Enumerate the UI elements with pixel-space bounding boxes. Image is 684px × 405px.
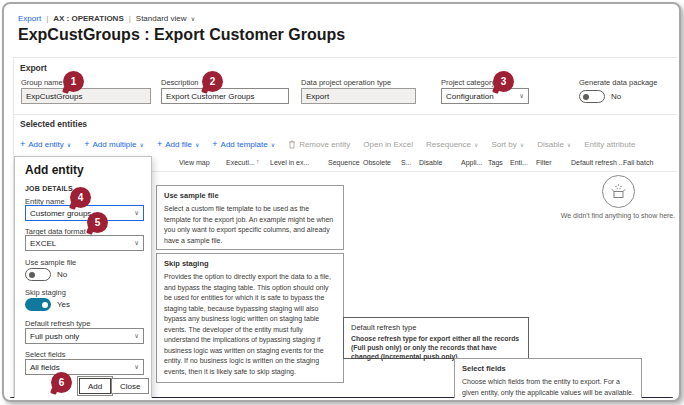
remove-entity-button: Remove entity bbox=[288, 140, 350, 149]
column-disable[interactable]: Disable bbox=[419, 159, 442, 166]
add-multiple-button[interactable]: + Add multiple ∨ bbox=[84, 139, 144, 149]
entities-toolbar: + Add entity ∨ + Add multiple ∨ + Add fi… bbox=[20, 137, 635, 151]
resequence-label: Resequence bbox=[426, 140, 471, 149]
sort-by-label: Sort by bbox=[491, 140, 516, 149]
skip-staging-toggle-row: Yes bbox=[25, 298, 70, 311]
chevron-down-icon: ∨ bbox=[474, 141, 478, 148]
operation-type-label: Data project operation type bbox=[301, 78, 391, 87]
default-refresh-type-dropdown[interactable]: Full push only ∨ bbox=[25, 328, 144, 344]
skip-staging-tooltip: Skip staging Provides the option to dire… bbox=[156, 253, 344, 383]
tooltip-body: Provides the option to directly export t… bbox=[164, 272, 336, 377]
project-category-value: Configuration bbox=[446, 92, 494, 101]
callout-badge-1: 1 bbox=[63, 71, 84, 92]
tooltip-title: Skip staging bbox=[164, 259, 336, 268]
chevron-down-icon: ∨ bbox=[271, 141, 275, 148]
add-entity-button[interactable]: + Add entity ∨ bbox=[20, 139, 71, 149]
panel-title: Add entity bbox=[25, 163, 84, 177]
entity-attribute-label: Entity attribute bbox=[584, 140, 635, 149]
breadcrumb-separator: | bbox=[46, 14, 48, 23]
open-in-excel-button: Open in Excel bbox=[363, 140, 413, 149]
remove-entity-label: Remove entity bbox=[299, 140, 350, 149]
callout-badge-5: 5 bbox=[87, 212, 108, 233]
generate-package-label: Generate data package bbox=[579, 78, 657, 87]
column-level[interactable]: Level in ex... bbox=[270, 159, 309, 166]
select-fields-value: All fields bbox=[30, 363, 60, 372]
use-sample-file-tooltip: Use sample file Select a custom file tem… bbox=[156, 185, 344, 250]
group-name-label: Group name bbox=[21, 78, 63, 87]
breadcrumb: Export | AX : OPERATIONS | Standard view… bbox=[18, 14, 195, 23]
target-data-format-dropdown[interactable]: EXCEL ∨ bbox=[25, 235, 144, 251]
screenshot-frame: Export | AX : OPERATIONS | Standard view… bbox=[0, 0, 684, 405]
project-category-label: Project category bbox=[441, 78, 495, 87]
column-entity[interactable]: Enti... bbox=[510, 159, 528, 166]
use-sample-file-toggle-row: No bbox=[25, 268, 67, 281]
description-label: Description bbox=[161, 78, 199, 87]
column-execution[interactable]: Executi... bbox=[226, 159, 255, 166]
column-view-map[interactable]: View map bbox=[179, 159, 210, 166]
select-fields-dropdown[interactable]: All fields ∨ bbox=[25, 359, 144, 375]
entity-name-dropdown[interactable]: Customer groups ∨ bbox=[25, 205, 144, 221]
breadcrumb-app-link[interactable]: Export bbox=[18, 14, 41, 23]
app-content: Export | AX : OPERATIONS | Standard view… bbox=[6, 6, 677, 398]
skip-staging-toggle[interactable] bbox=[25, 298, 51, 311]
column-s[interactable]: S... bbox=[401, 159, 412, 166]
generate-package-toggle-row: No bbox=[579, 90, 621, 103]
toggle-knob bbox=[583, 94, 589, 100]
divider bbox=[13, 114, 677, 115]
plus-icon: + bbox=[84, 139, 89, 149]
column-filter[interactable]: Filter bbox=[536, 159, 552, 166]
project-category-dropdown[interactable]: Configuration ∨ bbox=[441, 88, 529, 104]
breadcrumb-environment: AX : OPERATIONS bbox=[53, 14, 124, 23]
export-section-title: Export bbox=[20, 63, 47, 73]
column-tags[interactable]: Tags bbox=[488, 159, 503, 166]
selected-entities-title: Selected entities bbox=[20, 119, 87, 129]
generate-package-toggle[interactable] bbox=[579, 90, 605, 103]
column-application[interactable]: Appli... bbox=[461, 159, 482, 166]
view-selector-label: Standard view bbox=[136, 14, 187, 23]
add-button[interactable]: Add bbox=[79, 378, 111, 394]
tooltip-title: Use sample file bbox=[164, 191, 336, 200]
add-file-label: Add file bbox=[165, 140, 192, 149]
column-obsolete[interactable]: Obsolete bbox=[363, 159, 391, 166]
operation-type-field[interactable] bbox=[301, 88, 416, 104]
window-frame: Export | AX : OPERATIONS | Standard view… bbox=[2, 2, 681, 402]
default-refresh-type-tooltip: Default refresh type Choose refresh type… bbox=[343, 317, 529, 359]
skip-staging-label: Skip staging bbox=[25, 288, 66, 297]
default-refresh-type-value: Full push only bbox=[30, 332, 79, 341]
tooltip-body: Choose which fields from the entity to e… bbox=[462, 377, 634, 398]
plus-icon: + bbox=[20, 139, 25, 149]
add-multiple-label: Add multiple bbox=[93, 140, 137, 149]
chevron-down-icon: ∨ bbox=[520, 141, 524, 148]
chevron-down-icon: ∨ bbox=[134, 332, 139, 340]
close-button[interactable]: Close bbox=[111, 378, 149, 394]
grid-empty-state: We didn't find anything to show here. bbox=[546, 175, 677, 219]
column-sequence[interactable]: Sequence bbox=[328, 159, 360, 166]
chevron-down-icon: ∨ bbox=[567, 141, 571, 148]
callout-badge-4: 4 bbox=[70, 187, 91, 208]
plus-icon: + bbox=[157, 139, 162, 149]
chevron-down-icon: ∨ bbox=[67, 141, 71, 148]
chevron-down-icon: ∨ bbox=[195, 141, 199, 148]
disable-label: Disable bbox=[537, 140, 564, 149]
toggle-knob bbox=[42, 302, 48, 308]
column-default-refresh[interactable]: Default refresh ... bbox=[571, 159, 625, 166]
add-template-button[interactable]: + Add template ∨ bbox=[212, 139, 275, 149]
add-file-button[interactable]: + Add file ∨ bbox=[157, 139, 199, 149]
chevron-down-icon: ∨ bbox=[134, 363, 139, 371]
page-title: ExpCustGroups : Export Customer Groups bbox=[18, 26, 345, 44]
group-name-field[interactable] bbox=[21, 88, 151, 104]
disable-button: Disable ∨ bbox=[537, 140, 571, 149]
callout-badge-6: 6 bbox=[51, 372, 72, 393]
tooltip-body: Select a custom file template to be used… bbox=[164, 204, 336, 246]
use-sample-file-toggle[interactable] bbox=[25, 268, 51, 281]
empty-state-text: We didn't find anything to show here. bbox=[546, 212, 677, 219]
view-selector[interactable]: Standard view ∨ bbox=[136, 14, 195, 23]
generate-package-state: No bbox=[611, 92, 621, 101]
callout-badge-3: 3 bbox=[493, 71, 514, 92]
plus-icon: + bbox=[212, 139, 217, 149]
description-field[interactable] bbox=[161, 88, 289, 104]
resequence-button: Resequence ∨ bbox=[426, 140, 478, 149]
column-fail-batch[interactable]: Fail batch bbox=[623, 159, 653, 166]
sort-by-button: Sort by ∨ bbox=[491, 140, 524, 149]
select-fields-tooltip: Select fields Choose which fields from t… bbox=[454, 358, 642, 398]
